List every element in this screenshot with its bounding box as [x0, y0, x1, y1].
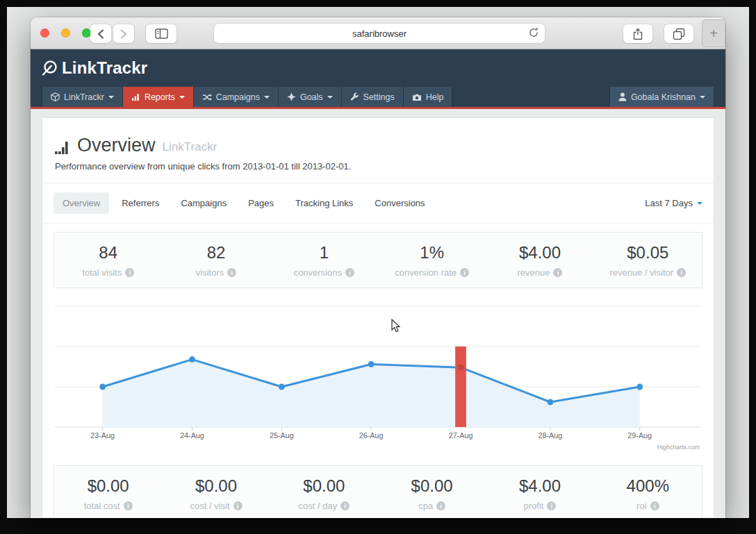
- info-icon[interactable]: i: [677, 268, 686, 277]
- nav-item-campaigns[interactable]: Campaigns: [194, 87, 279, 107]
- main-navigation: LinkTrackr Reports Campaigns Goals: [31, 87, 725, 109]
- close-window-button[interactable]: [40, 28, 49, 37]
- reload-button[interactable]: [528, 27, 539, 40]
- data-point[interactable]: [189, 356, 195, 362]
- sidebar-icon: [155, 28, 168, 39]
- forward-button[interactable]: [113, 24, 134, 43]
- data-point[interactable]: [636, 384, 643, 390]
- share-button[interactable]: [623, 24, 652, 43]
- site-header: LinkTrackr: [31, 49, 725, 87]
- stat-profit: $4.00profiti: [486, 476, 593, 511]
- tab-pages[interactable]: Pages: [239, 192, 283, 214]
- stat-value: $0.00: [378, 476, 486, 496]
- date-range-label: Last 7 Days: [645, 198, 693, 208]
- report-tabs: OverviewReferrersCampaignsPagesTracking …: [42, 183, 714, 224]
- stats-summary-bottom: $0.00total costi$0.00cost / visiti$0.00c…: [54, 465, 702, 517]
- goal-diamond-icon: [287, 92, 296, 101]
- tab-overview-button[interactable]: [664, 24, 693, 43]
- chevron-down-icon: [108, 96, 114, 99]
- tab-campaigns[interactable]: Campaigns: [172, 192, 236, 214]
- highcharts-plot: 23-Aug24-Aug25-Aug26-Aug27-Aug28-Aug29-A…: [54, 292, 702, 451]
- visits-chart[interactable]: 23-Aug24-Aug25-Aug26-Aug27-Aug28-Aug29-A…: [54, 292, 702, 451]
- stat-conversions: 1conversionsi: [270, 243, 378, 278]
- nav-item-help[interactable]: Help: [404, 87, 453, 107]
- stat-roi: 400%roii: [594, 476, 702, 511]
- stat-value: $0.00: [270, 476, 378, 496]
- user-name: Gobala Krishnan: [631, 92, 696, 102]
- info-icon[interactable]: i: [340, 501, 350, 510]
- x-axis-label: 24-Aug: [180, 431, 204, 440]
- stat-label: conversion ratei: [378, 267, 486, 278]
- data-point[interactable]: [548, 399, 554, 406]
- shuffle-icon: [202, 93, 212, 101]
- linktrackr-logo-icon: [42, 60, 58, 76]
- browser-titlebar: safaribrowser: [31, 17, 725, 49]
- brand-name: LinkTrackr: [62, 58, 147, 78]
- user-icon: [618, 92, 627, 101]
- tab-tracking-links[interactable]: Tracking Links: [286, 192, 362, 214]
- info-icon[interactable]: i: [553, 268, 562, 277]
- back-button[interactable]: [90, 24, 111, 43]
- data-point[interactable]: [279, 384, 285, 390]
- chevron-down-icon: [179, 96, 185, 99]
- mouse-cursor: [391, 319, 401, 333]
- stat-label: cpai: [378, 501, 486, 511]
- cube-icon: [51, 92, 60, 101]
- tab-overview[interactable]: Overview: [54, 192, 109, 214]
- highlight-column[interactable]: [455, 347, 466, 427]
- highcharts-credit[interactable]: Highcharts.com: [657, 444, 700, 451]
- stat-value: $0.00: [54, 476, 162, 496]
- stat-cpa: $0.00cpai: [378, 476, 486, 511]
- nav-item-reports[interactable]: Reports: [123, 87, 194, 107]
- nav-label: Settings: [363, 92, 395, 102]
- tabs-container: OverviewReferrersCampaignsPagesTracking …: [54, 192, 438, 214]
- web-page: LinkTrackr LinkTrackr Reports Campaigns: [31, 49, 725, 517]
- wrench-icon: [350, 92, 359, 101]
- chevron-down-icon: [700, 96, 705, 99]
- tab-conversions[interactable]: Conversions: [365, 192, 434, 214]
- report-header: Overview LinkTrackr Performance overview…: [42, 118, 714, 183]
- stat-value: 1: [270, 243, 378, 262]
- share-icon: [632, 28, 643, 40]
- page-subtitle: Performance overview from unique clicks …: [55, 161, 701, 172]
- brand-logo[interactable]: LinkTrackr: [42, 58, 147, 78]
- stat-value: $4.00: [486, 243, 593, 262]
- date-range-selector[interactable]: Last 7 Days: [645, 198, 702, 208]
- data-point[interactable]: [368, 361, 375, 367]
- chevron-down-icon: [697, 202, 702, 205]
- address-bar-url: safaribrowser: [352, 28, 406, 39]
- info-icon[interactable]: i: [460, 268, 469, 277]
- nav-label: Goals: [300, 92, 323, 102]
- nav-item-settings[interactable]: Settings: [342, 87, 404, 107]
- new-tab-plus: +: [709, 26, 718, 42]
- help-camera-icon: [412, 93, 422, 101]
- info-icon[interactable]: i: [227, 268, 236, 277]
- stat-revenue: $4.00revenuei: [486, 243, 593, 278]
- stat-label: revenuei: [486, 267, 593, 278]
- tab-referrers[interactable]: Referrers: [113, 192, 168, 214]
- chevron-down-icon: [327, 96, 333, 99]
- back-chevron-icon: [97, 29, 104, 39]
- stat-label: cost / visiti: [162, 501, 270, 511]
- info-icon[interactable]: i: [125, 268, 134, 277]
- stat-value: 400%: [594, 476, 702, 496]
- data-point[interactable]: [99, 384, 106, 390]
- minimize-window-button[interactable]: [61, 28, 70, 37]
- address-bar[interactable]: safaribrowser: [214, 24, 545, 43]
- info-icon[interactable]: i: [233, 501, 243, 510]
- stats-summary-top: 84total visitsi82visitorsi1conversionsi1…: [54, 232, 702, 288]
- nav-item-linktrackr[interactable]: LinkTrackr: [42, 87, 123, 107]
- stat-cost-visit: $0.00cost / visiti: [162, 476, 270, 511]
- info-icon[interactable]: i: [650, 501, 659, 510]
- info-icon[interactable]: i: [124, 501, 133, 510]
- info-icon[interactable]: i: [436, 501, 445, 510]
- user-menu[interactable]: Gobala Krishnan: [609, 87, 714, 107]
- stat-total-cost: $0.00total costi: [54, 476, 162, 511]
- stat-revenue-visitor: $0.05revenue / visitori: [594, 243, 702, 278]
- nav-item-goals[interactable]: Goals: [279, 87, 342, 107]
- info-icon[interactable]: i: [345, 268, 354, 277]
- new-tab-button[interactable]: +: [702, 19, 725, 47]
- nav-label: LinkTrackr: [64, 92, 104, 102]
- info-icon[interactable]: i: [547, 501, 556, 510]
- sidebar-toggle-button[interactable]: [146, 24, 176, 43]
